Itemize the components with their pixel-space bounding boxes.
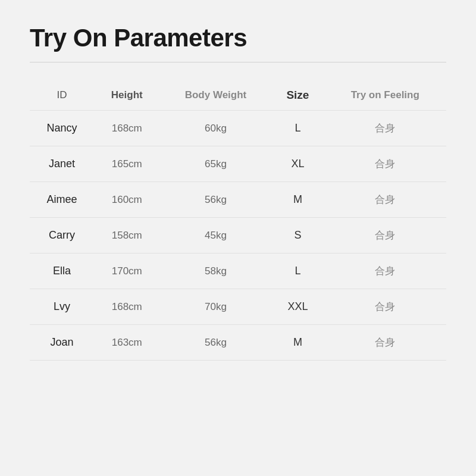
try-on-parameters-table: ID Height Body Weight Size Try on Feelin… [30,80,446,361]
cell-body-weight: 60kg [160,111,272,146]
cell-id: Carry [30,218,94,253]
cell-id: Lvy [30,289,94,325]
table-row: Aimee160cm56kgM合身 [30,182,446,218]
page-title: Try On Parameters [30,24,446,52]
cell-id: Joan [30,325,94,361]
col-header-height: Height [94,80,160,111]
col-header-size: Size [271,80,324,111]
table-row: Carry158cm45kgS合身 [30,218,446,253]
col-header-id: ID [30,80,94,111]
cell-id: Ella [30,253,94,289]
col-header-body-weight: Body Weight [160,80,272,111]
cell-body-weight: 56kg [160,182,272,218]
table-row: Joan163cm56kgM合身 [30,325,446,361]
cell-body-weight: 70kg [160,289,272,325]
table-row: Janet165cm65kgXL合身 [30,146,446,182]
cell-try-on-feeling: 合身 [324,146,446,182]
cell-try-on-feeling: 合身 [324,111,446,146]
cell-try-on-feeling: 合身 [324,182,446,218]
cell-body-weight: 56kg [160,325,272,361]
cell-height: 158cm [94,218,160,253]
table-row: Nancy168cm60kgL合身 [30,111,446,146]
cell-height: 165cm [94,146,160,182]
cell-size: XXL [271,289,324,325]
cell-id: Nancy [30,111,94,146]
cell-size: XL [271,146,324,182]
cell-try-on-feeling: 合身 [324,253,446,289]
cell-try-on-feeling: 合身 [324,289,446,325]
table-row: Ella170cm58kgL合身 [30,253,446,289]
cell-id: Janet [30,146,94,182]
cell-body-weight: 45kg [160,218,272,253]
cell-height: 168cm [94,111,160,146]
cell-body-weight: 65kg [160,146,272,182]
cell-body-weight: 58kg [160,253,272,289]
table-row: Lvy168cm70kgXXL合身 [30,289,446,325]
cell-size: M [271,325,324,361]
cell-try-on-feeling: 合身 [324,218,446,253]
cell-height: 170cm [94,253,160,289]
cell-id: Aimee [30,182,94,218]
cell-size: L [271,253,324,289]
cell-height: 160cm [94,182,160,218]
cell-size: M [271,182,324,218]
cell-height: 163cm [94,325,160,361]
cell-size: L [271,111,324,146]
title-divider [30,62,446,62]
cell-height: 168cm [94,289,160,325]
cell-try-on-feeling: 合身 [324,325,446,361]
cell-size: S [271,218,324,253]
table-header-row: ID Height Body Weight Size Try on Feelin… [30,80,446,111]
col-header-try-on-feeling: Try on Feeling [324,80,446,111]
